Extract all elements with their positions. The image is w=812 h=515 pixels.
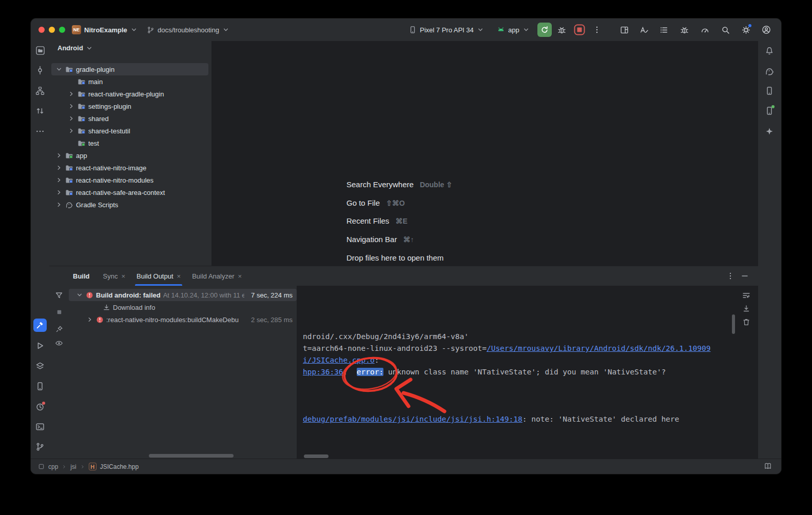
build-filter-button[interactable]: [52, 288, 66, 303]
tool-running-devices-button[interactable]: [762, 104, 777, 118]
tool-project-button[interactable]: [33, 43, 47, 57]
breadcrumb-cpp[interactable]: cpp: [48, 463, 58, 470]
breadcrumb-jsi[interactable]: jsi: [70, 463, 76, 470]
file-link[interactable]: debug/prefab/modules/jsi/include/jsi/jsi…: [303, 415, 523, 423]
chevron-down-icon[interactable]: [76, 291, 83, 299]
build-panel-options-button[interactable]: [726, 272, 734, 280]
shortcut-label: Drop files here to open them: [346, 253, 443, 262]
tree-item-test[interactable]: test: [49, 137, 208, 149]
run-more-actions-button[interactable]: [590, 23, 604, 37]
tree-item-app[interactable]: app: [49, 149, 208, 162]
tree-item-react-native-nitro-image[interactable]: react-native-nitro-image: [49, 162, 208, 174]
build-tree-download-row[interactable]: Download info: [69, 301, 297, 313]
chevron-right-icon[interactable]: [55, 201, 63, 208]
tree-item-main[interactable]: main: [49, 75, 208, 88]
tree-item-gradle-plugin[interactable]: gradle-plugin: [51, 63, 208, 75]
chevron-right-icon[interactable]: [55, 189, 63, 196]
console-clear-button[interactable]: [739, 315, 753, 329]
settings-button[interactable]: [739, 23, 753, 37]
tool-more-button[interactable]: [33, 124, 47, 138]
tool-device-manager-button[interactable]: [33, 379, 47, 393]
tool-terminal-button[interactable]: [33, 420, 47, 434]
console-scroll-to-end-button[interactable]: [739, 302, 753, 315]
chevron-right-icon[interactable]: [55, 152, 63, 159]
build-inspect-button[interactable]: [52, 336, 66, 350]
build-pin-button[interactable]: [52, 322, 66, 336]
build-stop-button[interactable]: [52, 305, 66, 319]
tree-item-settings-plugin[interactable]: settings-plugin: [49, 100, 208, 112]
project-selector[interactable]: NE NitroExample: [72, 18, 138, 41]
close-icon[interactable]: ×: [238, 272, 242, 280]
logcat-button[interactable]: [656, 23, 671, 37]
chevron-right-icon[interactable]: [68, 127, 75, 134]
pin-icon: [55, 325, 63, 333]
file-link[interactable]: /Users/mrousavy/Library/Android/sdk/ndk/…: [487, 344, 711, 352]
translations-button[interactable]: [636, 23, 651, 37]
tool-device-explorer-button[interactable]: [762, 84, 777, 98]
profiler-button[interactable]: [698, 23, 712, 37]
close-window-button[interactable]: [38, 27, 45, 33]
tab-build-output[interactable]: Build Output ×: [137, 266, 181, 286]
tool-problems-button[interactable]: [33, 400, 47, 414]
build-panel-minimize-button[interactable]: [741, 272, 749, 280]
book-icon: [764, 462, 772, 470]
chevron-right-icon[interactable]: [55, 164, 63, 171]
shortcut-row: Search Everywhere Double ⇧: [346, 180, 452, 192]
tool-version-control-button[interactable]: [33, 440, 47, 454]
rerun-button[interactable]: [537, 23, 552, 37]
module-folder-icon: [65, 164, 73, 172]
tree-horizontal-scrollbar[interactable]: [149, 454, 234, 458]
build-tree-task-row[interactable]: :react-native-nitro-modules:buildCMakeDe…: [69, 313, 297, 326]
tab-sync[interactable]: Sync ×: [103, 266, 126, 286]
minimize-window-button[interactable]: [49, 27, 55, 33]
project-view-selector[interactable]: Android: [57, 44, 93, 52]
chevron-right-icon[interactable]: [68, 90, 75, 97]
header-file-icon: H: [89, 463, 96, 470]
layout-inspector-button[interactable]: [617, 23, 631, 37]
search-icon: [721, 26, 730, 34]
tool-commit-button[interactable]: [33, 63, 47, 77]
maximize-window-button[interactable]: [59, 27, 65, 33]
app-insights-button[interactable]: [677, 23, 691, 37]
chevron-right-icon[interactable]: [68, 103, 75, 110]
debug-button[interactable]: [554, 23, 569, 37]
tool-pull-requests-button[interactable]: [33, 104, 47, 118]
tool-gradle-button[interactable]: [762, 64, 777, 78]
status-reader-mode-button[interactable]: [764, 462, 772, 470]
chevron-right-icon[interactable]: [68, 115, 75, 122]
tree-item-react-native-gradle-plugin[interactable]: react-native-gradle-plugin: [49, 88, 208, 100]
tab-label: Build Analyzer: [192, 272, 234, 280]
shortcut-row: Drop files here to open them: [346, 253, 443, 266]
tree-item-react-native-nitro-modules[interactable]: react-native-nitro-modules: [49, 174, 208, 186]
account-button[interactable]: [759, 23, 774, 37]
chevron-down-icon[interactable]: [55, 66, 63, 73]
tree-item-shared[interactable]: shared: [49, 112, 208, 125]
tool-structure-button[interactable]: [33, 84, 47, 98]
tool-services-button[interactable]: [33, 359, 47, 373]
breadcrumb-file[interactable]: JSICache.hpp: [100, 463, 139, 470]
vcs-branch-selector[interactable]: docs/troubleshooting: [147, 18, 229, 41]
close-icon[interactable]: ×: [121, 272, 125, 280]
tree-item-shared-testutil[interactable]: shared-testutil: [49, 125, 208, 137]
stop-button[interactable]: [572, 23, 587, 37]
close-icon[interactable]: ×: [177, 272, 181, 280]
build-console[interactable]: ndroid/.cxx/Debug/2nd4i3y6/arm64-v8a' t=…: [297, 286, 758, 460]
file-link[interactable]: i/JSICache.cpp.o: [303, 356, 375, 364]
tree-item-react-native-safe-area-context[interactable]: react-native-safe-area-context: [49, 186, 208, 199]
tool-notifications-button[interactable]: [762, 43, 777, 57]
console-soft-wrap-button[interactable]: [739, 289, 753, 302]
tool-run-button[interactable]: [33, 339, 47, 353]
tool-build-button[interactable]: [33, 319, 47, 332]
console-horizontal-scrollbar[interactable]: [304, 454, 328, 458]
chevron-right-icon[interactable]: [86, 316, 93, 323]
tab-build-analyzer[interactable]: Build Analyzer ×: [192, 266, 242, 286]
console-vertical-scrollbar[interactable]: [732, 314, 735, 334]
run-config-selector[interactable]: app: [497, 18, 530, 41]
tool-assistant-button[interactable]: [762, 124, 777, 138]
device-selector[interactable]: Pixel 7 Pro API 34: [409, 18, 484, 41]
tree-item-gradle-scripts[interactable]: Gradle Scripts: [49, 199, 208, 211]
file-link[interactable]: hpp:36:36: [303, 368, 343, 376]
search-everywhere-button[interactable]: [718, 23, 732, 37]
chevron-right-icon[interactable]: [55, 176, 63, 184]
build-tree-root-row[interactable]: Build android: failed At 14.10.24, 12:00…: [69, 289, 297, 301]
